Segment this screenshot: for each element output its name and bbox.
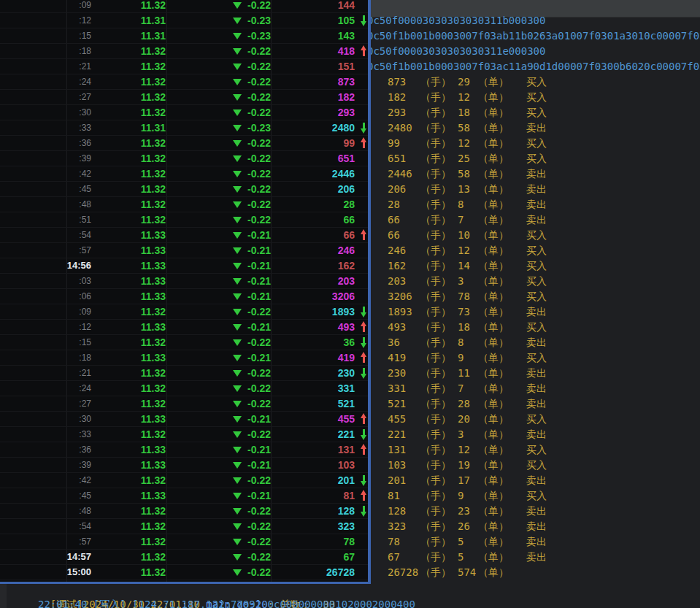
down-triangle-icon xyxy=(233,324,242,331)
tick-row[interactable]: :3611.33-0.21131 xyxy=(0,442,368,458)
trade-qty: 221 xyxy=(388,427,406,442)
trade-qty: 455 xyxy=(388,412,406,427)
trade-time: :30 xyxy=(0,105,91,120)
trade-count: 7 xyxy=(458,212,464,228)
trade-change: -0.22 xyxy=(175,182,271,196)
trade-volume: 201 xyxy=(274,473,355,488)
tick-row[interactable]: :3311.31-0.232480 xyxy=(0,120,368,136)
unit-hand-label: （手） xyxy=(420,74,451,90)
trade-price: 11.32 xyxy=(95,519,166,534)
trade-price: 11.32 xyxy=(95,550,166,564)
tick-row[interactable]: :2711.32-0.22182 xyxy=(0,90,368,105)
tick-row[interactable]: :1211.31-0.23105 xyxy=(0,13,368,28)
down-triangle-icon xyxy=(233,416,242,423)
trade-time: :27 xyxy=(0,396,91,411)
trade-count: 8 xyxy=(458,197,464,212)
trade-change-value: -0.22 xyxy=(247,520,271,532)
tick-row[interactable]: :2411.32-0.22331 xyxy=(0,381,368,396)
console-trade-line: 2480（手）58（单）卖出 xyxy=(367,120,700,136)
trade-direction-cell xyxy=(358,488,369,503)
tick-row[interactable]: :0311.33-0.21203 xyxy=(0,274,368,289)
trade-qty: 2446 xyxy=(388,166,412,182)
trade-direction-label: 卖出 xyxy=(526,120,547,136)
tick-row[interactable]: :5711.32-0.2278 xyxy=(0,534,368,550)
trade-price: 11.32 xyxy=(95,565,166,580)
console-trade-line: 162（手）14（单）买入 xyxy=(367,258,700,274)
trade-change: -0.21 xyxy=(175,289,271,304)
tick-row[interactable]: :5411.33-0.2166 xyxy=(0,228,368,243)
tick-row[interactable]: :4211.32-0.222446 xyxy=(0,166,368,182)
trade-direction-cell xyxy=(358,427,369,442)
tick-row[interactable]: :3011.33-0.21455 xyxy=(0,412,368,427)
trade-direction-cell xyxy=(358,473,369,488)
tick-row[interactable]: :4511.32-0.22206 xyxy=(0,182,368,197)
tick-trade-panel: :0911.32-0.22144:1211.31-0.23105:1511.31… xyxy=(0,0,371,584)
trade-direction-label: 卖出 xyxy=(526,534,547,550)
trade-qty: 873 xyxy=(388,74,406,90)
tick-row[interactable]: :5411.32-0.22323 xyxy=(0,519,368,534)
trade-price: 11.32 xyxy=(95,381,166,396)
trade-change-value: -0.22 xyxy=(247,199,271,210)
tick-row[interactable]: :3911.32-0.22651 xyxy=(0,151,368,166)
unit-order-label: （单） xyxy=(478,519,509,534)
trade-price: 11.32 xyxy=(95,473,166,488)
tick-row[interactable]: :0611.33-0.213206 xyxy=(0,289,368,304)
unit-order-label: （单） xyxy=(478,289,509,304)
unit-hand-label: （手） xyxy=(420,504,451,519)
trade-time: :57 xyxy=(0,534,91,549)
trade-qty: 66 xyxy=(388,212,400,228)
up-arrow-icon xyxy=(361,137,367,149)
tick-row[interactable]: :2111.32-0.22151 xyxy=(0,59,368,74)
trade-qty: 36 xyxy=(388,335,400,350)
trade-change-value: -0.22 xyxy=(247,505,271,517)
tick-row[interactable]: :2411.32-0.22873 xyxy=(0,74,368,90)
tick-row[interactable]: :2711.32-0.22521 xyxy=(0,396,368,412)
tick-row[interactable]: 15:0011.32-0.2226728 xyxy=(0,565,368,580)
tick-row[interactable]: :0911.32-0.22144 xyxy=(0,0,368,13)
down-arrow-icon xyxy=(361,122,367,134)
trade-change-value: -0.22 xyxy=(247,474,271,486)
unit-hand-label: （手） xyxy=(420,197,451,212)
tick-row[interactable]: :1511.31-0.23143 xyxy=(0,28,368,44)
down-triangle-icon xyxy=(233,339,242,346)
trade-price: 11.32 xyxy=(95,212,166,227)
tick-row[interactable]: :3011.32-0.22293 xyxy=(0,105,368,120)
trade-change: -0.23 xyxy=(175,120,271,135)
console-trade-line: 221（手）3（单）卖出 xyxy=(367,427,700,442)
tick-row[interactable]: 14:5611.33-0.21162 xyxy=(0,258,368,274)
tick-row[interactable]: :4511.33-0.2181 xyxy=(0,488,368,504)
unit-order-label: （单） xyxy=(478,488,509,504)
trade-volume: 418 xyxy=(274,44,355,58)
trade-change: -0.22 xyxy=(175,396,271,411)
trade-time: :12 xyxy=(0,13,91,28)
tick-row[interactable]: :3911.33-0.21103 xyxy=(0,458,368,473)
tick-row[interactable]: :4811.32-0.2228 xyxy=(0,197,368,212)
trade-time: :33 xyxy=(0,427,91,442)
trade-change: -0.22 xyxy=(175,59,271,74)
unit-hand-label: （手） xyxy=(420,335,451,350)
tick-row[interactable]: :1811.33-0.21419 xyxy=(0,350,368,366)
console-trade-line: 493（手）18（单）买入 xyxy=(367,320,700,335)
trade-volume: 873 xyxy=(274,74,355,89)
tick-row[interactable]: :0911.32-0.221893 xyxy=(0,304,368,320)
unit-hand-label: （手） xyxy=(420,350,451,366)
tick-row-list: :0911.32-0.22144:1211.31-0.23105:1511.31… xyxy=(0,0,368,580)
tick-row[interactable]: :5711.33-0.21246 xyxy=(0,243,368,258)
tick-row[interactable]: :1811.32-0.22418 xyxy=(0,44,368,59)
tick-row[interactable]: :2111.32-0.22230 xyxy=(0,366,368,381)
tick-row[interactable]: :5111.32-0.2266 xyxy=(0,212,368,228)
tick-row[interactable]: :3311.32-0.22221 xyxy=(0,427,368,442)
tick-row[interactable]: :3611.32-0.2299 xyxy=(0,136,368,151)
console-left-gutter xyxy=(0,584,7,608)
console-trade-line: 81（手）9（单）买入 xyxy=(367,488,700,504)
tick-row[interactable]: :1511.32-0.2236 xyxy=(0,335,368,350)
unit-order-label: （单） xyxy=(478,335,509,350)
tick-row[interactable]: :4211.32-0.22201 xyxy=(0,473,368,488)
trade-volume: 99 xyxy=(274,136,355,150)
tick-row[interactable]: 14:5711.32-0.2267 xyxy=(0,550,368,565)
trade-change: -0.22 xyxy=(175,151,271,166)
tick-row[interactable]: :1211.33-0.21493 xyxy=(0,320,368,335)
down-triangle-icon xyxy=(233,155,242,162)
unit-order-label: （单） xyxy=(478,550,509,565)
tick-row[interactable]: :4811.32-0.22128 xyxy=(0,504,368,519)
